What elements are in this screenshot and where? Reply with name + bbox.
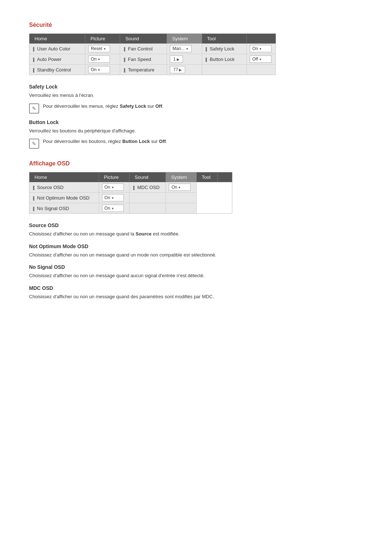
table-row: No Signal OSD On ▾ xyxy=(29,203,232,214)
arrow-right-icon: ▶ xyxy=(176,57,180,61)
col3-label: Safety Lock xyxy=(202,44,246,54)
dropdown-arrow-icon: ▾ xyxy=(104,47,106,51)
col2-label: Temperature xyxy=(120,65,167,75)
table-row: User Auto Color Reset ▾ Fan Control Man.… xyxy=(29,44,276,54)
col2-control[interactable]: 77 ▶ xyxy=(167,65,202,75)
security-section: Sécurité Home Picture Sound System Tool … xyxy=(29,22,363,149)
source-osd-select[interactable]: On ▾ xyxy=(102,184,124,191)
affichage-osd-section: Affichage OSD Home Picture Sound System … xyxy=(29,160,363,300)
osd-col1-label: Not Optimum Mode OSD xyxy=(29,193,99,203)
safety-lock-select[interactable]: On ▾ xyxy=(250,45,271,52)
source-osd-description: Choisissez d'afficher ou non un message … xyxy=(29,230,363,238)
osd-col2-control[interactable]: On ▾ xyxy=(166,182,196,193)
col1-control[interactable]: On ▾ xyxy=(85,65,120,75)
tab-empty xyxy=(218,172,232,182)
standby-control-select[interactable]: On ▾ xyxy=(88,66,110,73)
col1-control[interactable]: Reset ▾ xyxy=(85,44,120,54)
button-lock-note-text: Pour déverrouiller les boutons, réglez B… xyxy=(43,138,167,145)
col3-label xyxy=(202,65,246,75)
osd-col1-control[interactable]: On ▾ xyxy=(99,203,129,214)
osd-col2-label xyxy=(130,193,166,203)
not-optimum-heading: Not Optimum Mode OSD xyxy=(29,243,363,249)
osd-col1-control[interactable]: On ▾ xyxy=(99,182,129,193)
col1-label: User Auto Color xyxy=(29,44,85,54)
fan-speed-nav[interactable]: 1 ▶ xyxy=(170,56,183,63)
osd-col2-label xyxy=(130,203,166,214)
safety-lock-heading: Safety Lock xyxy=(29,84,363,90)
mdc-osd-select[interactable]: On ▾ xyxy=(169,184,191,191)
security-menu-table: Home Picture Sound System Tool User Auto… xyxy=(29,33,276,75)
col3-control xyxy=(247,65,276,75)
osd-col1-label: Source OSD xyxy=(29,182,99,193)
dropdown-arrow-icon: ▾ xyxy=(98,57,100,61)
osd-menu-table: Home Picture Sound System Tool Source OS… xyxy=(29,172,232,214)
tab-picture[interactable]: Picture xyxy=(85,34,120,44)
dropdown-arrow-icon: ▾ xyxy=(112,185,114,189)
tab-picture[interactable]: Picture xyxy=(99,172,129,182)
source-osd-heading: Source OSD xyxy=(29,222,363,228)
table-row: Auto Power On ▾ Fan Speed 1 ▶ xyxy=(29,54,276,65)
tab-home[interactable]: Home xyxy=(29,34,85,44)
menu-tab-row: Home Picture Sound System Tool xyxy=(29,34,276,44)
table-row: Not Optimum Mode OSD On ▾ xyxy=(29,193,232,203)
button-lock-description: Verrouillez les boutons du périphérique … xyxy=(29,127,363,135)
pencil-icon: ✎ xyxy=(29,103,39,114)
table-row: Source OSD On ▾ MDC OSD On ▾ xyxy=(29,182,232,193)
osd-col2-label: MDC OSD xyxy=(130,182,166,193)
no-signal-osd-select[interactable]: On ▾ xyxy=(102,205,124,212)
col3-control[interactable]: Off ▾ xyxy=(247,54,276,65)
not-optimum-select[interactable]: On ▾ xyxy=(102,194,124,201)
osd-col1-label: No Signal OSD xyxy=(29,203,99,214)
not-optimum-description: Choisissez d'afficher ou non un message … xyxy=(29,251,363,259)
tab-sound[interactable]: Sound xyxy=(120,34,167,44)
safety-lock-note: ✎ Pour déverrouiller les menus, réglez S… xyxy=(29,103,363,114)
col1-control[interactable]: On ▾ xyxy=(85,54,120,65)
pencil-icon: ✎ xyxy=(29,139,39,149)
dropdown-arrow-icon: ▾ xyxy=(260,47,261,51)
button-lock-heading: Button Lock xyxy=(29,119,363,125)
mdc-osd-heading: MDC OSD xyxy=(29,285,363,291)
tab-tool[interactable]: Tool xyxy=(196,172,217,182)
no-signal-osd-heading: No Signal OSD xyxy=(29,264,363,270)
col1-label: Auto Power xyxy=(29,54,85,65)
dropdown-arrow-icon: ▾ xyxy=(112,196,114,200)
tab-system[interactable]: System xyxy=(167,34,202,44)
col3-control[interactable]: On ▾ xyxy=(247,44,276,54)
button-lock-note: ✎ Pour déverrouiller les boutons, réglez… xyxy=(29,138,363,149)
no-signal-osd-description: Choisissez d'afficher ou non un message … xyxy=(29,272,363,279)
col2-label: Fan Control xyxy=(120,44,167,54)
tab-home[interactable]: Home xyxy=(29,172,99,182)
security-title: Sécurité xyxy=(29,22,363,28)
dropdown-arrow-icon: ▾ xyxy=(112,206,114,210)
dropdown-arrow-icon: ▾ xyxy=(260,57,261,61)
button-lock-select[interactable]: Off ▾ xyxy=(250,56,271,63)
user-auto-color-select[interactable]: Reset ▾ xyxy=(88,45,110,52)
safety-lock-description: Verrouillez les menus à l'écran. xyxy=(29,92,363,99)
mdc-osd-description: Choisissez d'afficher ou non un message … xyxy=(29,293,363,300)
fan-control-select[interactable]: Man... ▾ xyxy=(170,45,192,52)
osd-col1-control[interactable]: On ▾ xyxy=(99,193,129,203)
safety-lock-note-text: Pour déverrouiller les menus, réglez Saf… xyxy=(43,103,163,110)
tab-empty xyxy=(247,34,276,44)
col3-label: Button Lock xyxy=(202,54,246,65)
tab-system[interactable]: System xyxy=(166,172,196,182)
affichage-osd-title: Affichage OSD xyxy=(29,160,363,167)
dropdown-arrow-icon: ▾ xyxy=(98,68,100,72)
dropdown-arrow-icon: ▾ xyxy=(186,47,188,51)
table-row: Standby Control On ▾ Temperature 77 ▶ xyxy=(29,65,276,75)
arrow-right-icon: ▶ xyxy=(178,68,182,72)
osd-col2-control xyxy=(166,203,196,214)
col2-control[interactable]: Man... ▾ xyxy=(167,44,202,54)
auto-power-select[interactable]: On ▾ xyxy=(88,56,110,63)
col2-label: Fan Speed xyxy=(120,54,167,65)
tab-tool[interactable]: Tool xyxy=(202,34,246,44)
osd-col2-control xyxy=(166,193,196,203)
col1-label: Standby Control xyxy=(29,65,85,75)
tab-sound[interactable]: Sound xyxy=(130,172,166,182)
dropdown-arrow-icon: ▾ xyxy=(179,185,180,189)
osd-tab-row: Home Picture Sound System Tool xyxy=(29,172,232,182)
col2-control[interactable]: 1 ▶ xyxy=(167,54,202,65)
temperature-nav[interactable]: 77 ▶ xyxy=(170,66,185,73)
